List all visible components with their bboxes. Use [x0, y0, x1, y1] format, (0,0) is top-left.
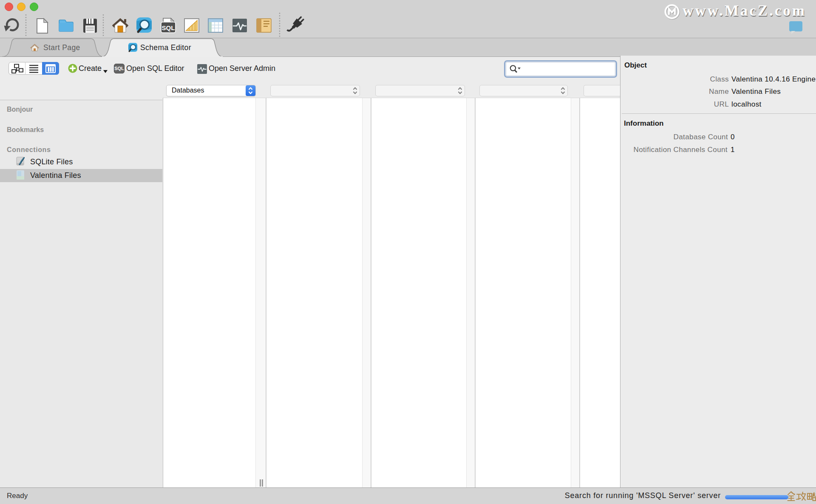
svg-text:Start Page: Start Page [43, 43, 80, 52]
svg-text:Schema Editor: Schema Editor [140, 43, 191, 52]
svg-text:SQL: SQL [162, 24, 175, 31]
